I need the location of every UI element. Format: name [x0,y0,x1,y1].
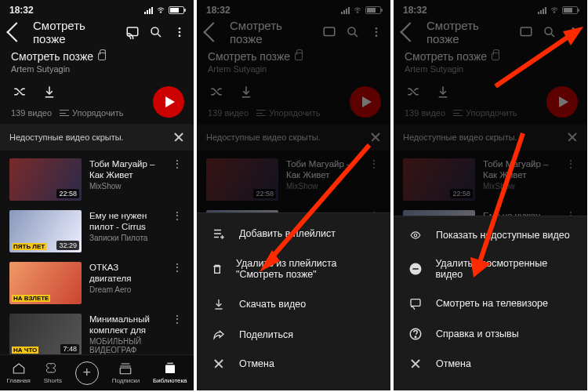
tab-library[interactable]: Библиотека [153,361,187,384]
tab-shorts[interactable]: Shorts [44,361,62,384]
row-more-icon[interactable]: ⋮ [170,210,184,252]
video-options-sheet: Добавить в плейлист Удалить из плейлиста… [197,212,390,390]
sort-button[interactable]: Упорядочить [60,108,123,118]
menu-show-unavailable[interactable]: Показать недоступные видео [394,221,587,249]
playlist-author: Artem Sutyagin [11,64,183,74]
svg-point-28 [415,336,416,338]
menu-delete-watched[interactable]: Удалить просмотренные видео [394,249,587,289]
svg-point-4 [179,31,181,34]
row-more-icon[interactable]: ⋮ [170,314,184,356]
svg-point-0 [160,12,162,13]
status-bar: 18:32 [0,0,194,17]
video-row[interactable]: ПЯТЬ ЛЕТ32:29 Ему не нужен пилот - Cirru… [6,205,187,257]
back-button[interactable] [6,22,26,42]
download-button[interactable] [42,85,56,99]
clock: 18:32 [9,5,34,16]
menu-remove-playlist[interactable]: Удалить из плейлиста "Смотреть позже" [197,249,390,289]
thumbnail: НА ВЗЛЕТЕ [9,262,82,304]
svg-rect-6 [121,368,132,374]
thumbnail: 22:58 [9,158,82,201]
svg-point-2 [151,27,158,34]
battery-icon [169,6,184,14]
top-bar: Смотреть позже [0,17,194,47]
svg-rect-25 [412,268,419,270]
phone-screen-1: 18:32 Смотреть позже Смотреть позже Arte… [0,0,194,390]
row-more-icon[interactable]: ⋮ [170,262,184,304]
thumbnail: ПЯТЬ ЛЕТ32:29 [9,210,82,252]
row-more-icon[interactable]: ⋮ [170,158,184,201]
video-row[interactable]: НА ЧТО7:48 Минимальный комплект для съем… [6,309,187,361]
phone-screen-3: 18:32 Смотреть позже Смотреть позжеArtem… [394,0,587,390]
svg-rect-14 [215,267,220,274]
svg-rect-7 [165,365,175,374]
phone-screen-2: 18:32 Смотреть позже Смотреть позжеArtem… [197,0,390,390]
menu-download[interactable]: Скачать видео [197,289,390,320]
tab-subs[interactable]: Подписки [112,361,140,384]
lock-icon [98,53,106,60]
dismiss-notice-button[interactable] [173,132,184,143]
thumbnail: НА ЧТО7:48 [9,314,82,356]
plus-icon: + [75,361,99,385]
menu-cancel[interactable]: Отмена [394,350,587,378]
menu-watch-tv[interactable]: Смотреть на телевизоре [394,289,587,318]
svg-point-3 [179,27,181,30]
video-row[interactable]: 22:58 Тоби Магуайр – Как Живет Человек-П… [6,154,187,205]
wifi-icon [156,5,165,15]
svg-point-23 [414,234,417,237]
svg-rect-1 [127,27,138,36]
svg-point-5 [179,34,181,37]
shuffle-button[interactable] [13,85,27,99]
search-icon[interactable] [148,24,164,40]
more-icon[interactable] [172,24,187,40]
tab-home[interactable]: Главная [6,361,30,384]
tab-create[interactable]: + [75,361,99,385]
video-row[interactable]: НА ВЗЛЕТЕ ОТКАЗ двигателя самолета НА ВЗ… [6,257,187,309]
video-count: 139 видео [11,108,52,118]
playlist-title: Смотреть позже [11,50,93,63]
playlist-header: Смотреть позже Artem Sutyagin [0,47,194,77]
hidden-videos-notice: Недоступные видео скрыты. [0,124,194,151]
page-title: Смотреть позже [33,19,117,45]
menu-cancel[interactable]: Отмена [197,350,390,378]
more-options-sheet: Показать недоступные видео Удалить просм… [394,216,587,390]
cast-icon[interactable] [125,24,140,40]
svg-rect-26 [411,299,420,307]
play-all-fab[interactable] [153,86,184,118]
menu-help[interactable]: Справка и отзывы [394,318,587,350]
menu-add-playlist[interactable]: Добавить в плейлист [197,218,390,249]
video-list: 22:58 Тоби Магуайр – Как Живет Человек-П… [0,154,194,361]
signal-icon [144,7,153,14]
menu-share[interactable]: Поделиться [197,320,390,350]
bottom-tabbar: Главная Shorts + Подписки Библиотека [0,354,194,390]
